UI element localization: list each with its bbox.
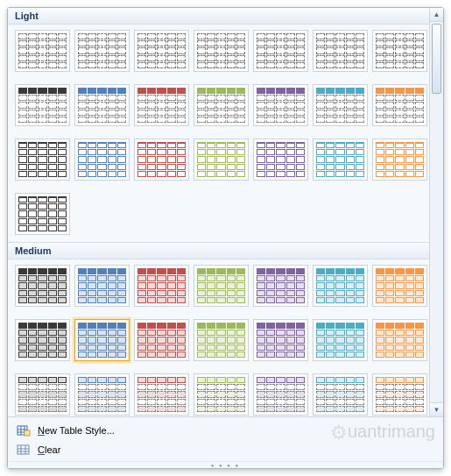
table-style-thumb[interactable]: [74, 139, 130, 181]
new-table-style-menu-item[interactable]: New Table Style...: [10, 421, 441, 440]
table-style-thumb[interactable]: [372, 373, 427, 416]
table-style-thumb[interactable]: [253, 265, 308, 307]
style-row: [8, 188, 429, 242]
scroll-up-arrow-icon[interactable]: ▲: [430, 8, 443, 22]
scroll-down-arrow-icon[interactable]: ▼: [430, 402, 443, 416]
table-style-thumb[interactable]: [15, 30, 70, 72]
table-style-thumb[interactable]: [74, 84, 130, 126]
table-style-thumb[interactable]: [15, 139, 70, 181]
style-row: [8, 79, 429, 133]
table-style-thumb[interactable]: [313, 265, 368, 307]
table-style-thumb[interactable]: [313, 30, 368, 72]
table-style-thumb[interactable]: [134, 265, 189, 307]
table-style-thumb[interactable]: [194, 139, 249, 181]
table-style-thumb[interactable]: [194, 30, 249, 72]
table-style-thumb[interactable]: [134, 319, 189, 361]
vertical-scrollbar[interactable]: ▲ ▼: [429, 8, 443, 416]
table-style-thumb[interactable]: [15, 193, 70, 235]
table-style-thumb[interactable]: [313, 319, 368, 361]
table-style-thumb[interactable]: [194, 84, 249, 126]
table-style-thumb[interactable]: [372, 30, 427, 72]
table-style-thumb[interactable]: [253, 319, 308, 361]
style-row: [8, 314, 429, 368]
table-style-thumb[interactable]: [372, 319, 427, 361]
style-row: [8, 133, 429, 188]
section-header: Light: [8, 8, 429, 25]
table-style-thumb[interactable]: [194, 265, 249, 307]
table-style-thumb[interactable]: [15, 319, 70, 361]
table-style-thumb[interactable]: [313, 373, 368, 416]
table-style-thumb[interactable]: [15, 373, 70, 416]
table-style-thumb[interactable]: [134, 84, 189, 126]
new-table-style-label: New Table Style...: [38, 425, 115, 436]
resize-grip-icon[interactable]: ● ● ● ●: [8, 461, 443, 468]
style-row: [8, 368, 429, 416]
table-style-thumb[interactable]: [74, 319, 130, 361]
table-style-thumb[interactable]: [194, 319, 249, 361]
table-style-thumb[interactable]: [313, 139, 368, 181]
clear-icon: [17, 443, 31, 457]
table-style-thumb[interactable]: [134, 373, 189, 416]
table-style-thumb[interactable]: [253, 84, 308, 126]
table-style-thumb[interactable]: [15, 265, 70, 307]
table-style-thumb[interactable]: [134, 139, 189, 181]
table-style-thumb[interactable]: [313, 84, 368, 126]
svg-rect-5: [25, 430, 30, 436]
table-style-thumb[interactable]: [372, 265, 427, 307]
clear-menu-item[interactable]: Clear: [10, 440, 441, 459]
table-style-thumb[interactable]: [253, 139, 308, 181]
table-style-thumb[interactable]: [74, 265, 130, 307]
svg-rect-6: [18, 445, 29, 454]
table-style-thumb[interactable]: [194, 373, 249, 416]
clear-label: Clear: [38, 444, 60, 455]
gallery-footer: New Table Style... Clear: [8, 416, 443, 461]
table-style-thumb[interactable]: [372, 84, 427, 126]
table-style-thumb[interactable]: [74, 30, 130, 72]
table-style-thumb[interactable]: [253, 30, 308, 72]
gallery-scroll-area[interactable]: LightMedium: [8, 8, 429, 416]
table-style-thumb[interactable]: [253, 373, 308, 416]
section-header: Medium: [8, 242, 429, 259]
table-style-thumb[interactable]: [372, 139, 427, 181]
table-style-thumb[interactable]: [15, 84, 70, 126]
table-style-thumb[interactable]: [134, 30, 189, 72]
gallery-region: LightMedium ▲ ▼: [8, 8, 443, 416]
scrollbar-thumb[interactable]: [432, 24, 441, 94]
new-table-style-icon: [17, 423, 31, 437]
style-row: [8, 259, 429, 314]
table-style-thumb[interactable]: [74, 373, 130, 416]
style-row: [8, 25, 429, 79]
table-styles-gallery-panel: LightMedium ▲ ▼ New Table Style... Clear…: [7, 7, 444, 469]
